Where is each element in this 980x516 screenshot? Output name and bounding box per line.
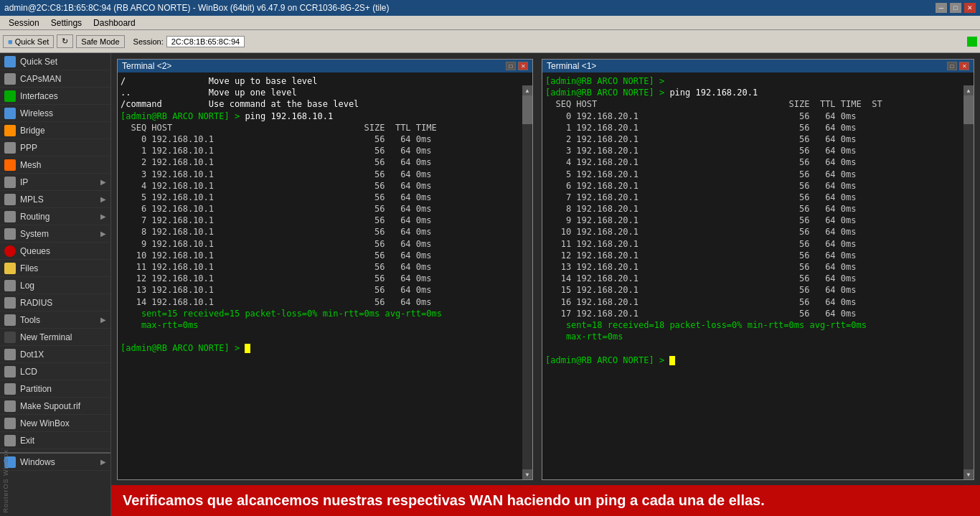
wireless-icon [4, 108, 16, 119]
sidebar-label-ip: IP [20, 177, 28, 187]
sidebar-item-ppp[interactable]: PPP [0, 139, 110, 156]
sidebar-item-capsman[interactable]: CAPsMAN [0, 70, 110, 88]
sidebar-item-bridge[interactable]: Bridge [0, 122, 110, 139]
menu-dashboard[interactable]: Dashboard [88, 17, 141, 29]
terminal-2-body[interactable]: / Move up to base level .. Move up one l… [118, 72, 532, 479]
connection-indicator [967, 37, 977, 47]
terminal-1-scroll-down[interactable]: ▼ [963, 469, 974, 479]
sidebar-item-quick-set[interactable]: Quick Set [0, 53, 110, 70]
sidebar-label-bridge: Bridge [20, 126, 45, 136]
tools-icon [4, 314, 16, 326]
system-icon [4, 228, 16, 240]
terminal-2-scroll-down[interactable]: ▼ [522, 469, 532, 479]
sidebar-item-new-winbox[interactable]: New WinBox [0, 415, 110, 432]
terminal-1-close[interactable]: ✕ [959, 62, 969, 70]
sidebar-item-files[interactable]: Files [0, 260, 110, 277]
log-icon [4, 280, 16, 291]
sidebar-item-dot1x[interactable]: Dot1X [0, 346, 110, 363]
sidebar-item-new-terminal[interactable]: New Terminal [0, 329, 110, 346]
sidebar-label-mpls: MPLS [20, 194, 44, 205]
sidebar-label-new-winbox: New WinBox [20, 418, 70, 428]
sidebar-item-make-supout[interactable]: Make Supout.rif [0, 398, 110, 415]
sidebar-item-log[interactable]: Log [0, 277, 110, 294]
sidebar-label-windows: Windows [20, 457, 55, 467]
sidebar-label-tools: Tools [20, 315, 40, 325]
interfaces-icon [4, 90, 16, 102]
new-terminal-icon [4, 332, 16, 343]
sidebar-item-ip[interactable]: IP ▶ [0, 174, 110, 191]
window-controls: ─ □ ✕ [936, 3, 976, 13]
sidebar-label-files: Files [20, 263, 38, 273]
refresh-button[interactable]: ↻ [57, 34, 73, 48]
terminal-1-scroll-thumb[interactable] [963, 95, 974, 124]
sidebar-item-routing[interactable]: Routing ▶ [0, 208, 110, 225]
terminal-1-scroll-up[interactable]: ▲ [963, 85, 974, 95]
sidebar-label-wireless: Wireless [20, 108, 53, 118]
terminal-1-title: Terminal <1> [547, 61, 596, 71]
tools-arrow: ▶ [100, 316, 106, 324]
terminal-2-close[interactable]: ✕ [518, 62, 528, 70]
terminal-2-scroll-thumb[interactable] [522, 95, 532, 124]
terminal-2-titlebar: Terminal <2> □ ✕ [118, 60, 532, 72]
dot1x-icon [4, 349, 16, 360]
sidebar-label-queues: Queues [20, 246, 50, 256]
sidebar-label-interfaces: Interfaces [20, 91, 58, 101]
sidebar-item-system[interactable]: System ▶ [0, 225, 110, 243]
quick-set-button[interactable]: ■ Quick Set [3, 35, 54, 48]
maximize-button[interactable]: □ [950, 3, 961, 13]
sidebar-item-lcd[interactable]: LCD [0, 363, 110, 380]
sidebar-item-wireless[interactable]: Wireless [0, 105, 110, 122]
exit-icon [4, 435, 16, 446]
title-bar: admin@2C:C8:1B:65:8C:94 (RB ARCO NORTE) … [0, 0, 980, 16]
menu-bar: Session Settings Dashboard [0, 16, 980, 30]
files-icon [4, 263, 16, 274]
routing-arrow: ▶ [100, 212, 106, 220]
sidebar-item-tools[interactable]: Tools ▶ [0, 311, 110, 329]
terminal-1-restore[interactable]: □ [947, 62, 957, 70]
safe-mode-button[interactable]: Safe Mode [76, 35, 124, 48]
terminal-2-scrollbar[interactable]: ▲ ▼ [522, 85, 532, 479]
sidebar-item-partition[interactable]: Partition [0, 380, 110, 398]
menu-settings[interactable]: Settings [45, 17, 88, 29]
sidebar: Quick Set CAPsMAN Interfaces Wireless Br… [0, 53, 111, 516]
sidebar-label-lcd: LCD [20, 367, 37, 377]
main-area: Quick Set CAPsMAN Interfaces Wireless Br… [0, 53, 980, 516]
new-winbox-icon [4, 418, 16, 429]
terminal-2-restore[interactable]: □ [506, 62, 516, 70]
terminal-2-controls: □ ✕ [506, 62, 528, 70]
terminal-1-controls: □ ✕ [947, 62, 969, 70]
sidebar-label-log: Log [20, 281, 34, 291]
sidebar-item-mesh[interactable]: Mesh [0, 156, 110, 174]
terminal-1-scrollbar[interactable]: ▲ ▼ [963, 85, 974, 479]
routing-icon [4, 211, 16, 222]
terminal-1-body[interactable]: [admin@RB ARCO NORTE] > [admin@RB ARCO N… [542, 72, 974, 479]
sidebar-item-interfaces[interactable]: Interfaces [0, 88, 110, 105]
terminals-container: Terminal <2> □ ✕ / Move up to base level… [111, 53, 980, 516]
sidebar-item-windows[interactable]: Windows ▶ [0, 454, 110, 471]
sidebar-item-exit[interactable]: Exit [0, 432, 110, 449]
overlay-text: Verificamos que alcancemos nuestras resp… [123, 492, 765, 508]
sidebar-label-mesh: Mesh [20, 160, 41, 170]
sidebar-item-radius[interactable]: RADIUS [0, 294, 110, 311]
windows-arrow: ▶ [100, 458, 106, 466]
capsman-icon [4, 73, 16, 85]
lcd-icon [4, 366, 16, 377]
sidebar-label-ppp: PPP [20, 143, 37, 153]
sidebar-label-exit: Exit [20, 436, 34, 446]
close-button[interactable]: ✕ [964, 3, 976, 13]
sidebar-item-mpls[interactable]: MPLS ▶ [0, 191, 110, 208]
terminal-2-scroll-up[interactable]: ▲ [522, 85, 532, 95]
mpls-arrow: ▶ [100, 195, 106, 203]
sidebar-label-capsman: CAPsMAN [20, 74, 61, 84]
sidebar-label-quick-set: Quick Set [20, 57, 57, 67]
terminal-2-title: Terminal <2> [122, 61, 171, 71]
sidebar-item-queues[interactable]: Queues [0, 243, 110, 260]
sidebar-label-routing: Routing [20, 212, 50, 222]
minimize-button[interactable]: ─ [936, 3, 947, 13]
sidebar-label-make-supout: Make Supout.rif [20, 401, 80, 411]
menu-session[interactable]: Session [3, 17, 45, 29]
sidebar-label-partition: Partition [20, 384, 52, 394]
quick-set-icon [4, 56, 16, 67]
content-area: Terminal <2> □ ✕ / Move up to base level… [111, 53, 980, 516]
session-value: 2C:C8:1B:65:8C:94 [166, 36, 245, 47]
